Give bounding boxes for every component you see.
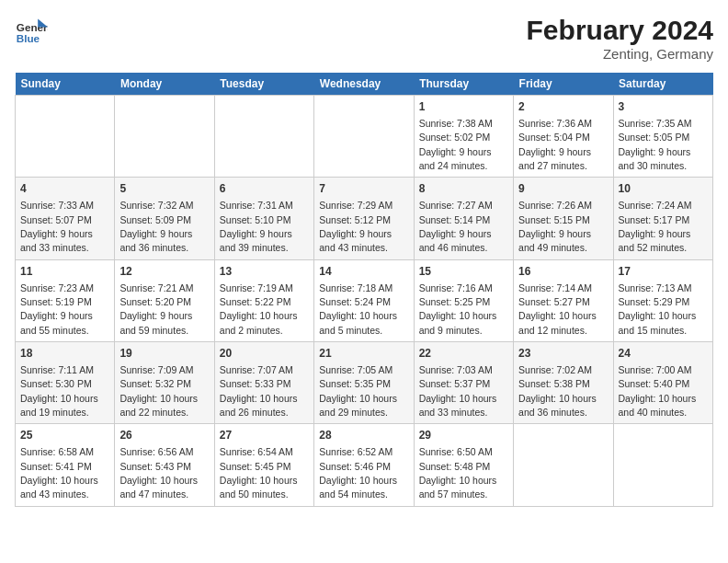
- day-info: Sunrise: 7:00 AM Sunset: 5:40 PM Dayligh…: [619, 364, 697, 418]
- day-number: 4: [20, 181, 109, 197]
- day-number: 16: [518, 264, 608, 280]
- calendar-cell: 11Sunrise: 7:23 AM Sunset: 5:19 PM Dayli…: [16, 259, 115, 341]
- day-number: 25: [20, 428, 109, 443]
- day-number: 24: [619, 346, 708, 362]
- day-info: Sunrise: 7:36 AM Sunset: 5:04 PM Dayligh…: [518, 118, 592, 171]
- day-info: Sunrise: 6:58 AM Sunset: 5:41 PM Dayligh…: [20, 446, 98, 500]
- day-number: 19: [119, 346, 209, 362]
- day-number: 20: [220, 346, 309, 362]
- day-number: 17: [619, 264, 708, 280]
- calendar-cell: 9Sunrise: 7:26 AM Sunset: 5:15 PM Daylig…: [514, 178, 613, 259]
- day-number: 8: [419, 181, 508, 197]
- day-info: Sunrise: 7:09 AM Sunset: 5:32 PM Dayligh…: [119, 364, 198, 418]
- week-row-1: 1Sunrise: 7:38 AM Sunset: 5:02 PM Daylig…: [16, 96, 713, 178]
- week-row-2: 4Sunrise: 7:33 AM Sunset: 5:07 PM Daylig…: [16, 178, 713, 259]
- weekday-saturday: Saturday: [613, 73, 712, 96]
- day-info: Sunrise: 7:33 AM Sunset: 5:07 PM Dayligh…: [20, 200, 94, 253]
- calendar-cell: 19Sunrise: 7:09 AM Sunset: 5:32 PM Dayli…: [115, 342, 214, 424]
- day-info: Sunrise: 6:54 AM Sunset: 5:45 PM Dayligh…: [220, 446, 298, 500]
- day-number: 18: [20, 346, 109, 362]
- day-info: Sunrise: 7:16 AM Sunset: 5:25 PM Dayligh…: [419, 282, 497, 336]
- calendar-title: February 2024: [527, 15, 713, 46]
- day-info: Sunrise: 7:27 AM Sunset: 5:14 PM Dayligh…: [419, 200, 493, 253]
- calendar-cell: 20Sunrise: 7:07 AM Sunset: 5:33 PM Dayli…: [214, 342, 313, 424]
- calendar-cell: 6Sunrise: 7:31 AM Sunset: 5:10 PM Daylig…: [214, 178, 313, 259]
- day-number: 3: [619, 99, 708, 115]
- day-info: Sunrise: 7:31 AM Sunset: 5:10 PM Dayligh…: [220, 200, 293, 253]
- day-info: Sunrise: 7:29 AM Sunset: 5:12 PM Dayligh…: [319, 200, 392, 253]
- calendar-cell: 27Sunrise: 6:54 AM Sunset: 5:45 PM Dayli…: [214, 424, 313, 506]
- calendar-cell: 17Sunrise: 7:13 AM Sunset: 5:29 PM Dayli…: [613, 259, 712, 341]
- calendar-cell: 8Sunrise: 7:27 AM Sunset: 5:14 PM Daylig…: [414, 178, 513, 259]
- weekday-wednesday: Wednesday: [314, 73, 414, 96]
- day-info: Sunrise: 7:32 AM Sunset: 5:09 PM Dayligh…: [119, 200, 193, 253]
- day-info: Sunrise: 7:38 AM Sunset: 5:02 PM Dayligh…: [419, 118, 493, 171]
- day-number: 26: [119, 428, 209, 443]
- day-number: 2: [518, 99, 608, 115]
- day-number: 9: [518, 181, 608, 197]
- day-info: Sunrise: 7:02 AM Sunset: 5:38 PM Dayligh…: [518, 364, 597, 418]
- week-row-4: 18Sunrise: 7:11 AM Sunset: 5:30 PM Dayli…: [16, 342, 713, 424]
- day-number: 10: [619, 181, 708, 197]
- calendar-cell: 23Sunrise: 7:02 AM Sunset: 5:38 PM Dayli…: [514, 342, 613, 424]
- day-number: 28: [319, 428, 408, 443]
- weekday-header-row: SundayMondayTuesdayWednesdayThursdayFrid…: [16, 73, 713, 96]
- day-info: Sunrise: 7:26 AM Sunset: 5:15 PM Dayligh…: [518, 200, 592, 253]
- day-info: Sunrise: 7:13 AM Sunset: 5:29 PM Dayligh…: [619, 282, 697, 336]
- day-number: 29: [419, 428, 508, 443]
- calendar-table: SundayMondayTuesdayWednesdayThursdayFrid…: [15, 73, 713, 507]
- day-number: 22: [419, 346, 508, 362]
- calendar-cell: 10Sunrise: 7:24 AM Sunset: 5:17 PM Dayli…: [613, 178, 712, 259]
- calendar-cell: 2Sunrise: 7:36 AM Sunset: 5:04 PM Daylig…: [514, 96, 613, 178]
- day-number: 12: [119, 264, 209, 280]
- calendar-cell: 13Sunrise: 7:19 AM Sunset: 5:22 PM Dayli…: [214, 259, 313, 341]
- calendar-cell: 7Sunrise: 7:29 AM Sunset: 5:12 PM Daylig…: [314, 178, 414, 259]
- calendar-cell: 3Sunrise: 7:35 AM Sunset: 5:05 PM Daylig…: [613, 96, 712, 178]
- day-number: 11: [20, 264, 109, 280]
- week-row-3: 11Sunrise: 7:23 AM Sunset: 5:19 PM Dayli…: [16, 259, 713, 341]
- day-info: Sunrise: 7:03 AM Sunset: 5:37 PM Dayligh…: [419, 364, 497, 418]
- day-number: 21: [319, 346, 408, 362]
- day-number: 13: [220, 264, 309, 280]
- calendar-cell: [514, 424, 613, 506]
- calendar-cell: 16Sunrise: 7:14 AM Sunset: 5:27 PM Dayli…: [514, 259, 613, 341]
- calendar-cell: 22Sunrise: 7:03 AM Sunset: 5:37 PM Dayli…: [414, 342, 513, 424]
- day-number: 14: [319, 264, 408, 280]
- calendar-cell: 14Sunrise: 7:18 AM Sunset: 5:24 PM Dayli…: [314, 259, 414, 341]
- calendar-cell: 15Sunrise: 7:16 AM Sunset: 5:25 PM Dayli…: [414, 259, 513, 341]
- day-info: Sunrise: 6:50 AM Sunset: 5:48 PM Dayligh…: [419, 446, 497, 500]
- day-info: Sunrise: 7:07 AM Sunset: 5:33 PM Dayligh…: [220, 364, 298, 418]
- day-info: Sunrise: 7:11 AM Sunset: 5:30 PM Dayligh…: [20, 364, 98, 418]
- calendar-cell: 21Sunrise: 7:05 AM Sunset: 5:35 PM Dayli…: [314, 342, 414, 424]
- day-number: 23: [518, 346, 608, 362]
- day-number: 5: [119, 181, 209, 197]
- day-info: Sunrise: 6:52 AM Sunset: 5:46 PM Dayligh…: [319, 446, 397, 500]
- weekday-tuesday: Tuesday: [214, 73, 313, 96]
- calendar-cell: 28Sunrise: 6:52 AM Sunset: 5:46 PM Dayli…: [314, 424, 414, 506]
- weekday-sunday: Sunday: [16, 73, 115, 96]
- calendar-cell: 1Sunrise: 7:38 AM Sunset: 5:02 PM Daylig…: [414, 96, 513, 178]
- day-number: 1: [419, 99, 508, 115]
- day-number: 15: [419, 264, 508, 280]
- day-number: 7: [319, 181, 408, 197]
- logo-icon: General Blue: [15, 15, 48, 48]
- calendar-cell: [214, 96, 313, 178]
- day-number: 6: [220, 181, 309, 197]
- day-info: Sunrise: 7:23 AM Sunset: 5:19 PM Dayligh…: [20, 282, 94, 336]
- day-info: Sunrise: 7:35 AM Sunset: 5:05 PM Dayligh…: [619, 118, 692, 171]
- weekday-thursday: Thursday: [414, 73, 513, 96]
- calendar-cell: 26Sunrise: 6:56 AM Sunset: 5:43 PM Dayli…: [115, 424, 214, 506]
- calendar-cell: [115, 96, 214, 178]
- calendar-cell: 29Sunrise: 6:50 AM Sunset: 5:48 PM Dayli…: [414, 424, 513, 506]
- day-info: Sunrise: 7:14 AM Sunset: 5:27 PM Dayligh…: [518, 282, 597, 336]
- weekday-monday: Monday: [115, 73, 214, 96]
- day-info: Sunrise: 7:24 AM Sunset: 5:17 PM Dayligh…: [619, 200, 692, 253]
- calendar-cell: [16, 96, 115, 178]
- day-info: Sunrise: 7:05 AM Sunset: 5:35 PM Dayligh…: [319, 364, 397, 418]
- day-info: Sunrise: 7:21 AM Sunset: 5:20 PM Dayligh…: [119, 282, 193, 336]
- week-row-5: 25Sunrise: 6:58 AM Sunset: 5:41 PM Dayli…: [16, 424, 713, 506]
- title-block: February 2024 Zenting, Germany: [527, 15, 713, 62]
- calendar-cell: 18Sunrise: 7:11 AM Sunset: 5:30 PM Dayli…: [16, 342, 115, 424]
- calendar-cell: [314, 96, 414, 178]
- day-info: Sunrise: 7:18 AM Sunset: 5:24 PM Dayligh…: [319, 282, 397, 336]
